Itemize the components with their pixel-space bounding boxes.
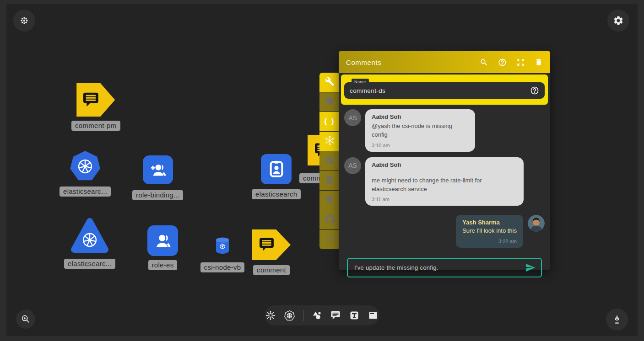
mesh-tool[interactable] xyxy=(319,132,340,151)
shield-tool[interactable] xyxy=(319,191,340,210)
tag-tool[interactable] xyxy=(319,92,340,112)
message-text: me might need to change the rate-limit f… xyxy=(372,176,517,194)
kubernetes-icon[interactable] xyxy=(284,310,295,321)
help-icon[interactable] xyxy=(498,58,507,67)
history-tool[interactable] xyxy=(319,230,340,249)
shape-toolbar xyxy=(265,305,379,325)
message-row: Yash Sharma Sure I'll look into this 3:2… xyxy=(339,209,550,251)
node-label: role-es xyxy=(148,260,178,270)
message-time: 3:11 am xyxy=(372,197,517,202)
message-row: AS Aabid Sofi @yash the csi-node is miss… xyxy=(339,107,550,155)
role-binding-icon xyxy=(143,155,173,184)
gear-tool[interactable] xyxy=(319,151,340,170)
role-icon xyxy=(147,225,178,256)
shield-icon xyxy=(325,195,334,206)
shapes-icon[interactable] xyxy=(311,310,322,321)
node-label: comment xyxy=(253,265,290,275)
message-bubble: Aabid Sofi @yash the csi-node is missing… xyxy=(365,109,475,152)
node-comment[interactable]: comment xyxy=(252,229,291,275)
toolbar-divider xyxy=(303,310,303,321)
settings-gear-icon xyxy=(613,15,624,26)
name-field[interactable]: Name xyxy=(344,82,545,99)
doc-search-tool[interactable] xyxy=(319,171,340,190)
node-label: elasticsearch xyxy=(252,189,301,199)
comments-panel: Comments Name AS Aabid Sofi @yash the cs… xyxy=(339,51,550,270)
node-label: comment-pm xyxy=(71,121,120,131)
avatar: AS xyxy=(344,157,361,174)
service-account-icon xyxy=(261,154,292,184)
node-elasticsearch-tri[interactable]: elasticsearc... xyxy=(64,217,115,269)
text-tool-icon[interactable] xyxy=(349,310,360,321)
gear-icon xyxy=(325,155,335,167)
name-field-label: Name xyxy=(352,79,369,85)
message-time: 3:22 am xyxy=(462,239,517,244)
message-time: 3:10 am xyxy=(372,143,469,148)
node-label: elasticsearc... xyxy=(60,186,111,197)
node-label: csi-node-vb xyxy=(200,262,245,272)
history-icon xyxy=(325,234,335,245)
message-author: Aabid Sofi xyxy=(372,161,517,168)
doc-search-icon xyxy=(325,175,335,186)
node-name-section: Name xyxy=(341,75,548,105)
expand-icon[interactable] xyxy=(516,58,525,67)
wrench-icon xyxy=(325,77,335,88)
kubernetes-heptagon-icon xyxy=(70,151,101,181)
zoom-button[interactable] xyxy=(16,309,35,329)
message-bubble: Yash Sharma Sure I'll look into this 3:2… xyxy=(456,215,523,248)
node-role-es[interactable]: role-es xyxy=(147,225,178,270)
message-text: Sure I'll look into this xyxy=(462,227,517,235)
search-icon[interactable] xyxy=(480,58,488,67)
node-label: elasticsearc... xyxy=(64,259,115,269)
note-tool-icon[interactable] xyxy=(368,310,379,321)
app-window: comment-pm elasticsearc... role-binding.… xyxy=(0,0,644,341)
message-text: @yash the csi-node is missing config xyxy=(372,122,469,139)
node-role-binding[interactable]: role-binding... xyxy=(132,155,183,200)
node-comment-pm[interactable]: comment-pm xyxy=(71,83,120,131)
node-label: role-binding... xyxy=(132,190,183,200)
comments-panel-header[interactable]: Comments xyxy=(339,51,550,73)
help-icon[interactable] xyxy=(530,86,539,95)
comment-input[interactable] xyxy=(354,264,525,271)
braces-icon: { } xyxy=(324,117,335,126)
braces-tool[interactable]: { } xyxy=(319,112,340,131)
pen-tool-button[interactable] xyxy=(606,309,628,330)
github-tool[interactable] xyxy=(319,210,340,229)
trash-icon[interactable] xyxy=(535,58,543,66)
tag-icon xyxy=(325,96,335,108)
node-elasticsearch-ns[interactable]: elasticsearc... xyxy=(60,151,111,197)
avatar: AS xyxy=(344,109,361,126)
panel-actions xyxy=(480,58,543,67)
zoom-in-icon xyxy=(21,314,31,324)
wrench-tool[interactable] xyxy=(319,73,340,92)
github-icon xyxy=(325,214,335,226)
node-csi-node-vb[interactable]: csi-node-vb xyxy=(199,237,246,272)
pen-tool-icon xyxy=(612,314,622,325)
comment-composer[interactable] xyxy=(347,258,542,277)
node-elasticsearch-sa[interactable]: elasticsearch xyxy=(252,154,301,199)
node-action-toolbar: { } xyxy=(319,73,340,249)
message-author: Yash Sharma xyxy=(462,219,517,226)
component-icon[interactable] xyxy=(265,310,276,321)
name-input[interactable] xyxy=(350,87,530,94)
kubernetes-triangle-icon xyxy=(69,217,111,256)
send-icon[interactable] xyxy=(525,262,536,273)
settings-button[interactable] xyxy=(607,10,629,32)
avatar-photo xyxy=(528,215,545,232)
comment-tool-icon[interactable] xyxy=(330,310,341,321)
message-row: AS Aabid Sofi me might need to change th… xyxy=(339,155,550,210)
storage-cylinder-icon xyxy=(199,237,246,254)
mesh-icon xyxy=(325,135,335,148)
panel-title: Comments xyxy=(346,59,381,66)
message-author: Aabid Sofi xyxy=(372,113,469,120)
app-flower-icon xyxy=(19,16,29,26)
app-flower-button[interactable] xyxy=(13,10,35,32)
comment-node-icon xyxy=(252,229,291,260)
comment-node-icon xyxy=(76,83,115,117)
message-bubble: Aabid Sofi me might need to change the r… xyxy=(365,157,524,206)
